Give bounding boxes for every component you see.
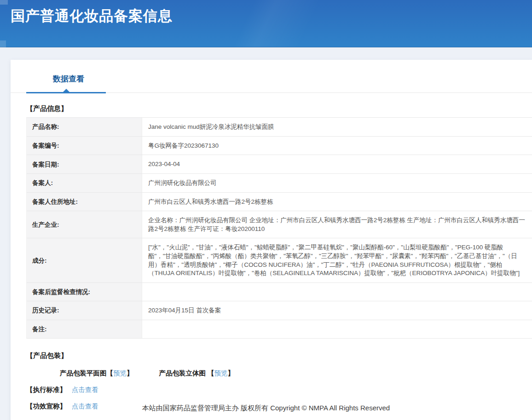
row-label: 历史记录:: [27, 301, 142, 320]
table-row-history: 历史记录: 2023年04月15日 首次备案: [27, 301, 532, 320]
bracket-open: 【: [208, 369, 214, 377]
tab-data-view[interactable]: 数据查看: [53, 74, 84, 84]
row-value: [142, 283, 532, 301]
packaging-flat-view-item: 产品包装平面图【预览】: [60, 369, 133, 378]
table-row-registration-date: 备案日期: 2023-04-04: [27, 155, 532, 174]
packaging-previews-row: 产品包装平面图【预览】 产品包装立体图 【预览】: [26, 369, 532, 378]
row-label: 备案人:: [27, 174, 142, 192]
row-value: ["水"，"火山泥"，"甘油"，"液体石蜡"，"鲸蜡硬脂醇"，"聚二甲基硅氧烷"…: [142, 238, 532, 282]
bracket-open: 【: [107, 369, 114, 377]
section-title-packaging: 【产品包装】: [26, 351, 532, 360]
copyright-text: 本站由国家药品监督管理局主办 版权所有 Copyright © NMPA All…: [142, 404, 390, 412]
bracket-close: 】: [127, 369, 133, 377]
tab-bar: 数据查看: [11, 60, 532, 93]
executive-standard-label: 【执行标准】: [26, 385, 66, 394]
packaging-stereo-view-preview-link[interactable]: 预览: [214, 369, 228, 377]
active-tab-indicator: [26, 92, 106, 93]
packaging-stereo-view-item: 产品包装立体图 【预览】: [159, 369, 235, 378]
row-label: 成分:: [27, 238, 142, 282]
row-value: 粤G妆网备字2023067130: [142, 137, 532, 155]
table-row-supervision-check: 备案后监督检查情况:: [27, 283, 532, 301]
table-row-product-name: 产品名称: Jane volcanic mud妍泥冷泉冰泥精华抗皱面膜: [27, 118, 532, 137]
content-area: 【产品信息】 产品名称: Jane volcanic mud妍泥冷泉冰泥精华抗皱…: [11, 104, 532, 411]
page-footer: 本站由国家药品监督管理局主办 版权所有 Copyright © NMPA All…: [0, 397, 532, 420]
header-left-square-decoration: [0, 40, 6, 47]
row-value: 广州润研化妆品有限公司: [142, 174, 532, 192]
row-label: 备案日期:: [27, 155, 142, 173]
row-value: 2023-04-04: [142, 155, 532, 173]
row-value: 2023年04月15日 首次备案: [142, 301, 532, 320]
page-header: 国产普通化妆品备案信息: [0, 0, 532, 47]
row-value: 广州市白云区人和镇秀水塘西一路2号2栋整栋: [142, 193, 532, 211]
bracket-close: 】: [228, 369, 235, 377]
table-row-remarks: 备注:: [27, 320, 532, 339]
table-row-ingredients: 成分: ["水"，"火山泥"，"甘油"，"液体石蜡"，"鲸蜡硬脂醇"，"聚二甲基…: [27, 238, 532, 283]
table-row-registrant: 备案人: 广州润研化妆品有限公司: [27, 174, 532, 193]
main-card: 数据查看 【产品信息】 产品名称: Jane volcanic mud妍泥冷泉冰…: [11, 60, 532, 420]
row-label: 备案后监督检查情况:: [27, 283, 142, 301]
header-corner-square-decoration: [0, 0, 8, 5]
executive-standard-row: 【执行标准】 点击查看: [26, 385, 532, 394]
row-value: 企业名称：广州润研化妆品有限公司 企业地址：广州市白云区人和镇秀水塘西一路2号2…: [142, 211, 532, 238]
row-label: 生产企业:: [27, 211, 142, 238]
executive-standard-view-link[interactable]: 点击查看: [72, 385, 98, 394]
active-tab-arrow-icon: [63, 89, 69, 92]
section-title-product-info: 【产品信息】: [26, 104, 532, 113]
row-label: 备案人住所地址:: [27, 193, 142, 211]
row-label: 产品名称:: [27, 118, 142, 136]
product-info-table: 产品名称: Jane volcanic mud妍泥冷泉冰泥精华抗皱面膜 备案编号…: [26, 117, 532, 339]
table-row-registrant-address: 备案人住所地址: 广州市白云区人和镇秀水塘西一路2号2栋整栋: [27, 193, 532, 212]
packaging-flat-view-label: 产品包装平面图: [60, 369, 107, 377]
table-row-manufacturer: 生产企业: 企业名称：广州润研化妆品有限公司 企业地址：广州市白云区人和镇秀水塘…: [27, 211, 532, 238]
table-row-registration-number: 备案编号: 粤G妆网备字2023067130: [27, 137, 532, 155]
packaging-stereo-view-label: 产品包装立体图: [159, 369, 208, 377]
page-title: 国产普通化妆品备案信息: [11, 6, 173, 26]
row-value: Jane volcanic mud妍泥冷泉冰泥精华抗皱面膜: [142, 118, 532, 136]
row-label: 备案编号:: [27, 137, 142, 155]
row-value: [142, 320, 532, 338]
row-label: 备注:: [27, 320, 142, 338]
packaging-flat-view-preview-link[interactable]: 预览: [113, 369, 127, 377]
